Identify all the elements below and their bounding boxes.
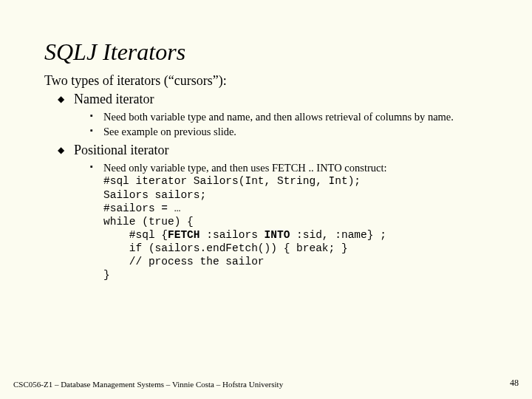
item-label: Positional iterator [74,143,168,157]
iterator-list: Named iterator Need both variable type a… [44,92,488,282]
page-number: 48 [510,378,519,389]
list-item: Positional iterator Need only variable t… [58,143,488,282]
sub-item: Need both variable type and name, and th… [90,110,488,123]
footer-text: CSC056-Z1 – Database Management Systems … [13,380,283,389]
sub-list: Need only variable type, and then uses F… [74,161,488,282]
slide-title: SQLJ Iterators [44,38,488,66]
intro-text: Two types of iterators (“cursors”): [44,73,488,89]
code-block: #sql iterator Sailors(Int, String, Int);… [103,174,488,282]
sub-item: See example on previous slide. [90,125,488,138]
item-label: Named iterator [74,92,154,106]
sub-item: Need only variable type, and then uses F… [90,161,488,282]
list-item: Named iterator Need both variable type a… [58,92,488,138]
sub-list: Need both variable type and name, and th… [74,110,488,138]
sub-lead: Need only variable type, and then uses F… [103,162,387,174]
